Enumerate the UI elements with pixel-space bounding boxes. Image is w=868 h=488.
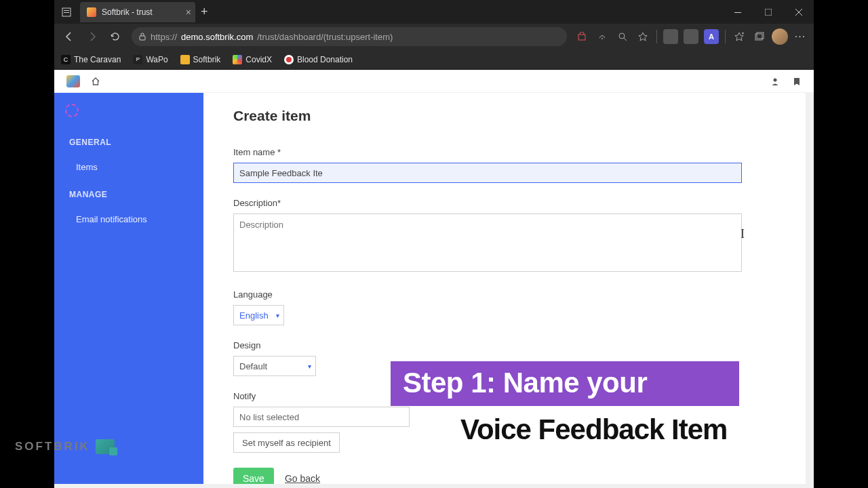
description-textarea[interactable] <box>233 214 742 272</box>
docs-icon[interactable] <box>792 77 802 86</box>
collections-icon[interactable] <box>750 27 769 46</box>
bookmark-covidx[interactable]: CovidX <box>233 55 272 64</box>
vertical-scrollbar[interactable] <box>806 93 814 484</box>
bookmark-wapo[interactable]: P WaPo <box>133 55 167 64</box>
sidebar-heading-general: GENERAL <box>69 138 189 147</box>
tab-title: Softbrik - trust <box>102 7 153 17</box>
forward-button[interactable] <box>81 26 103 47</box>
bookmarks-bar: C The Caravan P WaPo Softbrik CovidX Blo… <box>54 49 814 70</box>
set-myself-button[interactable]: Set myself as recipient <box>233 432 340 453</box>
window-minimize-button[interactable] <box>722 0 753 24</box>
overlay-step-title: Step 1: Name your <box>391 361 739 406</box>
item-name-label: Item name * <box>233 147 784 157</box>
site-info-icon[interactable] <box>138 33 146 41</box>
user-icon[interactable] <box>770 77 780 86</box>
url-path: /trust/dashboard/(trust:upsert-item) <box>257 32 393 42</box>
design-select[interactable]: Default ▾ <box>233 356 316 376</box>
address-bar[interactable]: https://demo.softbrik.com/trust/dashboar… <box>132 27 567 46</box>
bookmark-the-caravan[interactable]: C The Caravan <box>61 55 121 64</box>
overlay-step-subtitle: Voice Feedback Item <box>448 408 739 451</box>
extension-2-icon[interactable] <box>682 27 701 46</box>
favorites-bar-icon[interactable] <box>730 27 749 46</box>
chevron-down-icon: ▾ <box>276 312 279 319</box>
svg-rect-1 <box>64 10 69 11</box>
app-logo-icon[interactable] <box>66 75 80 87</box>
horizontal-scrollbar[interactable] <box>54 484 814 488</box>
watermark-text: SOFTBRIK <box>15 440 90 453</box>
svg-rect-2 <box>64 12 69 13</box>
bookmark-label: The Caravan <box>74 55 121 64</box>
tab-favicon <box>87 7 96 17</box>
sidebar-logo-icon <box>65 104 79 117</box>
sidebar-heading-manage: MANAGE <box>69 190 189 199</box>
profile-avatar[interactable] <box>770 27 789 46</box>
notify-select[interactable]: No list selected <box>233 407 410 427</box>
description-label: Description* <box>233 198 784 208</box>
sidebar: GENERAL Items MANAGE Email notifications <box>54 70 203 488</box>
extension-3-icon[interactable]: A <box>702 27 721 46</box>
language-value: English <box>239 310 269 321</box>
settings-menu-icon[interactable]: ··· <box>791 27 810 46</box>
favorites-icon[interactable] <box>633 27 652 46</box>
bookmark-label: WaPo <box>146 55 167 64</box>
toolbar-divider <box>725 30 726 43</box>
tutorial-overlay: Step 1: Name your Voice Feedback Item <box>391 361 739 451</box>
svg-rect-5 <box>140 36 145 40</box>
bookmark-blood-donation[interactable]: Blood Donation <box>284 55 353 64</box>
sidebar-item-items[interactable]: Items <box>69 157 189 178</box>
go-back-link[interactable]: Go back <box>285 473 320 484</box>
design-label: Design <box>233 340 784 350</box>
text-cursor-icon: I <box>741 227 745 241</box>
design-value: Default <box>239 361 267 371</box>
svg-point-8 <box>619 33 625 39</box>
tab-close-icon[interactable]: × <box>186 7 191 18</box>
zoom-icon[interactable] <box>613 27 632 46</box>
bookmark-label: Blood Donation <box>297 55 353 64</box>
svg-point-12 <box>774 78 777 81</box>
url-host: demo.softbrik.com <box>181 32 253 42</box>
svg-rect-3 <box>734 12 741 13</box>
sidebar-item-email-notifications[interactable]: Email notifications <box>69 209 189 230</box>
url-protocol: https:// <box>151 32 177 42</box>
read-aloud-icon[interactable] <box>593 27 612 46</box>
title-bar: Softbrik - trust × + <box>54 0 814 24</box>
watermark-logo-icon <box>96 439 115 454</box>
browser-tab[interactable]: Softbrik - trust × <box>80 2 195 22</box>
language-select[interactable]: English ▾ <box>233 305 284 325</box>
language-label: Language <box>233 289 784 300</box>
svg-rect-4 <box>765 9 772 16</box>
window-maximize-button[interactable] <box>753 0 783 24</box>
app-topbar <box>54 70 814 93</box>
bookmark-softbrik[interactable]: Softbrik <box>180 55 221 64</box>
item-name-input[interactable] <box>233 163 742 183</box>
refresh-button[interactable] <box>104 26 126 47</box>
toolbar-divider <box>656 30 657 43</box>
svg-rect-6 <box>578 35 585 40</box>
back-button[interactable] <box>58 26 80 47</box>
tab-actions-icon[interactable] <box>58 4 75 20</box>
chevron-down-icon: ▾ <box>308 363 311 370</box>
notify-value: No list selected <box>239 412 299 422</box>
extension-1-icon[interactable] <box>661 27 680 46</box>
browser-toolbar: https://demo.softbrik.com/trust/dashboar… <box>54 24 814 49</box>
svg-point-7 <box>601 38 603 39</box>
home-icon[interactable] <box>91 77 100 86</box>
window-close-button[interactable] <box>783 0 814 24</box>
shopping-icon[interactable] <box>572 27 591 46</box>
bookmark-label: Softbrik <box>193 55 221 64</box>
bookmark-label: CovidX <box>245 55 272 64</box>
new-tab-button[interactable]: + <box>201 5 208 19</box>
softbrik-watermark: SOFTBRIK <box>15 439 115 454</box>
page-title: Create item <box>233 108 784 124</box>
